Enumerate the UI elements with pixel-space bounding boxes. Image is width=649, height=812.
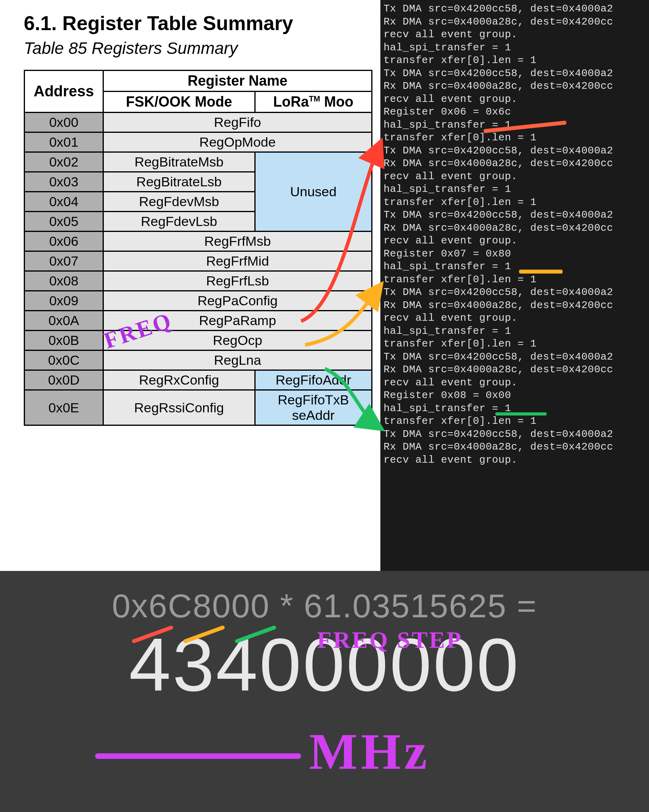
addr-0x00: 0x00	[25, 113, 103, 132]
annotation-mhz-label: MHz	[309, 722, 430, 781]
annotation-underline-yellow	[519, 270, 563, 274]
reg-frf-msb: RegFrfMsb	[103, 232, 372, 251]
register-table: Address Register Name FSK/OOK Mode LoRaT…	[24, 70, 372, 426]
addr-0x01: 0x01	[25, 132, 103, 152]
reg-rx-config: RegRxConfig	[103, 370, 255, 390]
addr-0x0C: 0x0C	[25, 350, 103, 370]
reg-fdev-msb: RegFdevMsb	[103, 192, 255, 212]
terminal-panel: Tx DMA src=0x4200cc58, dest=0x4000a2 Rx …	[380, 0, 649, 571]
annotation-underline-green	[495, 412, 547, 416]
reg-rssi-config: RegRssiConfig	[103, 390, 255, 425]
reg-fifo-addr: RegFifoAddr	[255, 370, 372, 390]
addr-0x09: 0x09	[25, 291, 103, 311]
reg-bitrate-lsb: RegBitrateLsb	[103, 172, 255, 192]
addr-0x0E: 0x0E	[25, 390, 103, 425]
hdr-lora-tm: TM	[309, 94, 321, 103]
addr-0x02: 0x02	[25, 152, 103, 172]
reg-bitrate-msb: RegBitrateMsb	[103, 152, 255, 172]
calc-expression: 0x6C8000 * 61.03515625 =	[0, 571, 649, 625]
annotation-freq-step-label: FREQ STEP	[317, 626, 463, 654]
calculator-panel: 0x6C8000 * 61.03515625 = 434000000 FREQ …	[0, 571, 649, 812]
addr-0x05: 0x05	[25, 212, 103, 232]
hdr-address: Address	[25, 71, 103, 113]
addr-0x07: 0x07	[25, 251, 103, 271]
table-caption: Table 85 Registers Summary	[24, 39, 365, 58]
addr-0x08: 0x08	[25, 271, 103, 291]
hdr-lora-text: LoRa	[273, 94, 309, 110]
reg-unused: Unused	[255, 152, 372, 232]
hdr-register-name: Register Name	[103, 71, 372, 92]
addr-0x0A: 0x0A	[25, 311, 103, 331]
reg-fifo: RegFifo	[103, 113, 372, 132]
hdr-lora-suffix: Moo	[320, 94, 353, 110]
addr-0x03: 0x03	[25, 172, 103, 192]
reg-frf-mid: RegFrfMid	[103, 251, 372, 271]
addr-0x04: 0x04	[25, 192, 103, 212]
annotation-result-underline	[95, 753, 301, 759]
hdr-fsk: FSK/OOK Mode	[103, 92, 255, 113]
reg-fdev-lsb: RegFdevLsb	[103, 212, 255, 232]
addr-0x0D: 0x0D	[25, 370, 103, 390]
hdr-lora: LoRaTM Moo	[255, 92, 372, 113]
addr-0x06: 0x06	[25, 232, 103, 251]
reg-fifo-txbase: RegFifoTxB seAddr	[255, 390, 372, 425]
section-heading: 6.1. Register Table Summary	[24, 12, 365, 35]
datasheet-panel: 6.1. Register Table Summary Table 85 Reg…	[0, 0, 380, 571]
reg-frf-lsb: RegFrfLsb	[103, 271, 372, 291]
reg-opmode: RegOpMode	[103, 132, 372, 152]
reg-pa-config: RegPaConfig	[103, 291, 372, 311]
addr-0x0B: 0x0B	[25, 331, 103, 350]
reg-lna: RegLna	[103, 350, 372, 370]
